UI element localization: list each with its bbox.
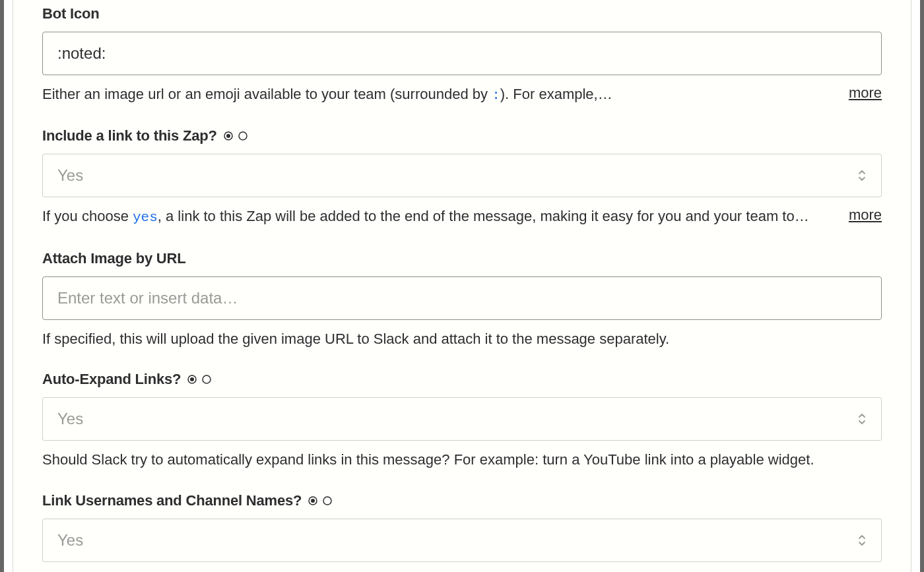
auto-expand-help: Should Slack try to automatically expand… [42,450,882,470]
radio-indicator [308,496,332,505]
help-code: : [492,88,500,103]
field-label-row: Auto-Expand Links? [42,371,882,388]
svg-point-2 [239,132,247,140]
select-value: Yes [57,166,83,185]
include-link-label: Include a link to this Zap? [42,127,217,144]
radio-unselected-icon [238,131,248,141]
radio-selected-icon [224,131,233,141]
attach-image-help: If specified, this will upload the given… [42,329,882,349]
radio-selected-icon [308,496,317,505]
help-row: If you choose yes, a link to this Zap wi… [42,207,882,227]
include-link-help: If you choose yes, a link to this Zap wi… [42,207,836,227]
field-label-row: Include a link to this Zap? [42,127,882,144]
include-link-select[interactable]: Yes [42,154,882,197]
link-usernames-select[interactable]: Yes [42,519,882,562]
select-value: Yes [57,531,83,550]
field-label-row: Link Usernames and Channel Names? [42,492,882,509]
field-label-row: Bot Icon [42,5,882,22]
window-border-left [0,0,4,572]
svg-point-5 [203,375,211,383]
svg-point-1 [226,134,230,138]
bot-icon-input[interactable] [42,32,882,75]
chevron-up-down-icon [857,412,867,426]
field-attach-image: Attach Image by URL If specified, this w… [42,250,882,349]
chevron-up-down-icon [857,169,867,182]
field-label-row: Attach Image by URL [42,250,882,267]
bot-icon-label: Bot Icon [42,5,99,22]
bot-icon-help: Either an image url or an emoji availabl… [42,84,836,105]
field-link-usernames: Link Usernames and Channel Names? Yes If… [42,492,882,572]
attach-image-label: Attach Image by URL [42,250,185,267]
help-text-segment: ). For example,… [500,86,612,102]
help-text-segment: If you choose [42,208,133,224]
auto-expand-select[interactable]: Yes [42,397,882,441]
help-row: Should Slack try to automatically expand… [42,450,882,470]
field-include-link: Include a link to this Zap? Yes If you c… [42,127,882,227]
radio-unselected-icon [202,375,211,384]
help-row: If specified, this will upload the given… [42,329,882,349]
form-panel: Bot Icon Either an image url or an emoji… [13,0,911,572]
attach-image-input[interactable] [42,276,882,320]
auto-expand-label: Auto-Expand Links? [42,371,181,388]
link-usernames-label: Link Usernames and Channel Names? [42,492,302,509]
radio-unselected-icon [323,496,332,505]
radio-indicator [224,131,248,141]
more-link[interactable]: more [849,207,882,224]
more-link[interactable]: more [849,84,882,102]
help-text-segment: , a link to this Zap will be added to th… [158,208,809,224]
radio-selected-icon [187,375,197,384]
radio-indicator [187,375,211,384]
help-text-segment: Either an image url or an emoji availabl… [42,86,492,102]
help-row: Either an image url or an emoji availabl… [42,84,882,105]
field-auto-expand: Auto-Expand Links? Yes Should Slack try … [42,371,882,470]
svg-point-4 [190,377,194,381]
svg-point-8 [323,497,331,505]
svg-point-7 [311,499,315,503]
help-code: yes [133,210,158,225]
select-value: Yes [57,410,83,428]
chevron-up-down-icon [857,534,867,547]
window-border-right [920,0,924,572]
field-bot-icon: Bot Icon Either an image url or an emoji… [42,5,882,105]
